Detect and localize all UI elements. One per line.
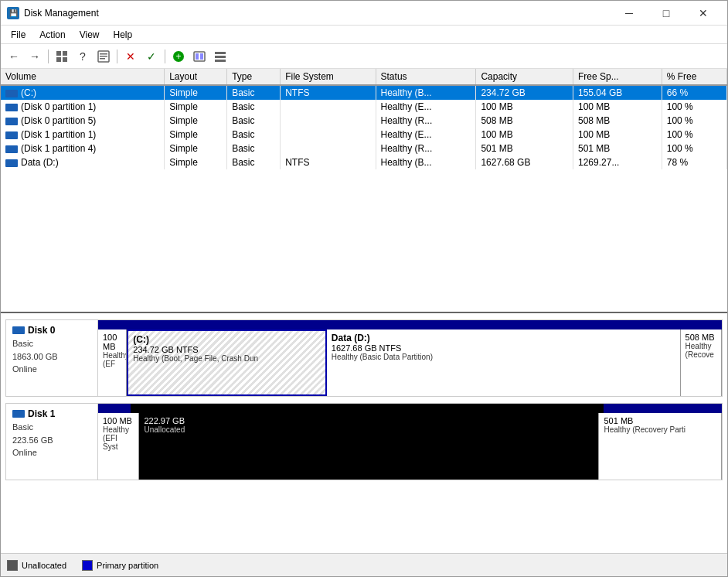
svg-rect-5 bbox=[100, 53, 107, 55]
partition-status: Unallocated bbox=[144, 425, 594, 434]
disk-label-info: Basic223.56 GBOnline bbox=[12, 421, 91, 459]
cell-pct: 66 % bbox=[662, 85, 726, 100]
partition-status: Healthy (EFI Syst bbox=[103, 425, 134, 451]
toolbar: ← → ? ✕ ✓ + bbox=[1, 44, 727, 69]
cell-volume: (Disk 1 partition 1) bbox=[1, 128, 165, 142]
cell-volume: (Disk 1 partition 4) bbox=[1, 142, 165, 155]
title-bar-left: 💾 Disk Management bbox=[7, 7, 99, 19]
menu-view[interactable]: View bbox=[73, 27, 107, 43]
cell-fs bbox=[281, 142, 376, 155]
partition-status: Healthy (Boot, Page File, Crash Dun bbox=[133, 354, 321, 363]
partition[interactable]: 100 MB Healthy (EF bbox=[98, 329, 127, 396]
col-type[interactable]: Type bbox=[227, 69, 281, 85]
partition[interactable]: 508 MB Healthy (Recove bbox=[681, 329, 722, 396]
window-controls: ─ □ ✕ bbox=[611, 4, 721, 22]
disk-icon bbox=[12, 326, 25, 334]
table-row[interactable]: (Disk 0 partition 5) Simple Basic Health… bbox=[1, 114, 727, 128]
toolbar-sep-1 bbox=[48, 50, 49, 63]
disk-name: Disk 0 bbox=[28, 325, 55, 336]
cell-status: Healthy (R... bbox=[376, 114, 476, 128]
disk-label-name: Disk 1 bbox=[12, 408, 91, 419]
disk-icon bbox=[12, 410, 25, 418]
close-button[interactable]: ✕ bbox=[685, 4, 721, 22]
cell-free: 1269.27... bbox=[573, 155, 662, 169]
table-row[interactable]: (Disk 0 partition 1) Simple Basic Health… bbox=[1, 100, 727, 114]
partition-size: 222.97 GB bbox=[144, 416, 594, 425]
col-volume[interactable]: Volume bbox=[1, 69, 165, 85]
cell-type: Basic bbox=[227, 100, 281, 114]
partition-bar bbox=[98, 320, 722, 329]
delete-button[interactable]: ✕ bbox=[121, 47, 141, 66]
cell-status: Healthy (B... bbox=[376, 85, 476, 100]
drive-icon bbox=[5, 104, 18, 111]
cell-fs bbox=[281, 114, 376, 128]
svg-rect-7 bbox=[100, 58, 105, 60]
legend-label-primary: Primary partition bbox=[97, 561, 158, 570]
menu-file[interactable]: File bbox=[4, 27, 32, 43]
partitions-content: 100 MB Healthy (EF (C:) 234.72 GB NTFS H… bbox=[98, 329, 722, 396]
cell-layout: Simple bbox=[165, 155, 227, 169]
table-area[interactable]: Volume Layout Type File System Status Ca… bbox=[1, 69, 727, 313]
disk-label-info: Basic1863.00 GBOnline bbox=[12, 337, 91, 376]
svg-rect-0 bbox=[56, 51, 61, 56]
col-filesystem[interactable]: File System bbox=[281, 69, 376, 85]
disk-view-button[interactable] bbox=[189, 47, 209, 66]
svg-rect-2 bbox=[56, 57, 61, 62]
cell-status: Healthy (E... bbox=[376, 100, 476, 114]
table-row[interactable]: Data (D:) Simple Basic NTFS Healthy (B..… bbox=[1, 155, 727, 169]
legend-bar: Unallocated Primary partition bbox=[1, 553, 727, 576]
menu-help[interactable]: Help bbox=[107, 27, 140, 43]
check-button[interactable]: ✓ bbox=[141, 47, 162, 66]
col-status[interactable]: Status bbox=[376, 69, 476, 85]
svg-rect-11 bbox=[196, 53, 199, 60]
cell-pct: 100 % bbox=[662, 100, 726, 114]
disk-label: Disk 0 Basic1863.00 GBOnline bbox=[5, 319, 98, 397]
disk-map-area[interactable]: Disk 0 Basic1863.00 GBOnline 100 MB Heal… bbox=[1, 313, 727, 553]
toolbar-sep-3 bbox=[165, 50, 165, 63]
partition[interactable]: 222.97 GB Unallocated bbox=[139, 413, 599, 480]
partition[interactable]: Data (D:) 1627.68 GB NTFS Healthy (Basic… bbox=[327, 329, 681, 396]
partition[interactable]: 100 MB Healthy (EFI Syst bbox=[98, 413, 139, 480]
title-bar: 💾 Disk Management ─ □ ✕ bbox=[1, 1, 727, 26]
cell-free: 100 MB bbox=[573, 100, 662, 114]
app-icon: 💾 bbox=[7, 7, 19, 19]
cell-free: 100 MB bbox=[573, 128, 662, 142]
table-row[interactable]: (C:) Simple Basic NTFS Healthy (B... 234… bbox=[1, 85, 727, 100]
maximize-button[interactable]: □ bbox=[648, 4, 684, 22]
cell-volume: (Disk 0 partition 5) bbox=[1, 114, 165, 128]
drive-icon bbox=[5, 159, 18, 167]
cell-capacity: 508 MB bbox=[476, 114, 573, 128]
cell-free: 508 MB bbox=[573, 114, 662, 128]
cell-layout: Simple bbox=[165, 128, 227, 142]
view-button[interactable] bbox=[52, 47, 72, 66]
partition[interactable]: (C:) 234.72 GB NTFS Healthy (Boot, Page … bbox=[127, 329, 327, 396]
col-layout[interactable]: Layout bbox=[165, 69, 227, 85]
list-view-button[interactable] bbox=[210, 47, 230, 66]
drive-icon bbox=[5, 131, 18, 139]
col-capacity[interactable]: Capacity bbox=[476, 69, 573, 85]
table-row[interactable]: (Disk 1 partition 4) Simple Basic Health… bbox=[1, 142, 727, 155]
col-pct-free[interactable]: % Free bbox=[662, 69, 726, 85]
help-button[interactable]: ? bbox=[73, 47, 93, 66]
partition-bar bbox=[98, 404, 722, 413]
add-button[interactable]: + bbox=[168, 47, 189, 66]
back-button[interactable]: ← bbox=[4, 47, 24, 66]
cell-type: Basic bbox=[227, 114, 281, 128]
table-row[interactable]: (Disk 1 partition 1) Simple Basic Health… bbox=[1, 128, 727, 142]
minimize-button[interactable]: ─ bbox=[611, 4, 647, 22]
partition[interactable]: 501 MB Healthy (Recovery Parti bbox=[599, 413, 722, 480]
cell-fs: NTFS bbox=[281, 85, 376, 100]
properties-button[interactable] bbox=[94, 47, 114, 66]
col-free-space[interactable]: Free Sp... bbox=[573, 69, 662, 85]
cell-volume: (Disk 0 partition 1) bbox=[1, 100, 165, 114]
svg-rect-15 bbox=[215, 60, 226, 62]
menu-bar: File Action View Help bbox=[1, 26, 727, 44]
disk-partitions: 100 MB Healthy (EFI Syst 222.97 GB Unall… bbox=[98, 403, 723, 480]
cell-capacity: 100 MB bbox=[476, 100, 573, 114]
svg-text:+: + bbox=[175, 51, 181, 62]
legend-unallocated: Unallocated bbox=[7, 560, 66, 571]
svg-rect-3 bbox=[63, 57, 67, 62]
menu-action[interactable]: Action bbox=[32, 27, 72, 43]
window-title: Disk Management bbox=[24, 8, 99, 19]
forward-button[interactable]: → bbox=[25, 47, 45, 66]
